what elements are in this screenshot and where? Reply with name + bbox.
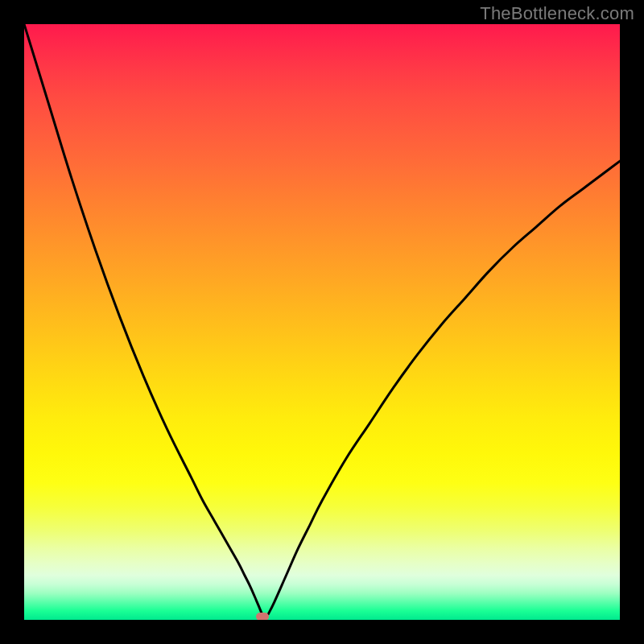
curve-left-branch [24, 24, 262, 615]
curve-right-branch [268, 161, 620, 613]
minimum-marker [256, 613, 269, 620]
plot-area [24, 24, 620, 620]
chart-frame: TheBottleneck.com [0, 0, 644, 644]
bottleneck-curve [24, 24, 620, 620]
watermark-text: TheBottleneck.com [480, 3, 634, 24]
